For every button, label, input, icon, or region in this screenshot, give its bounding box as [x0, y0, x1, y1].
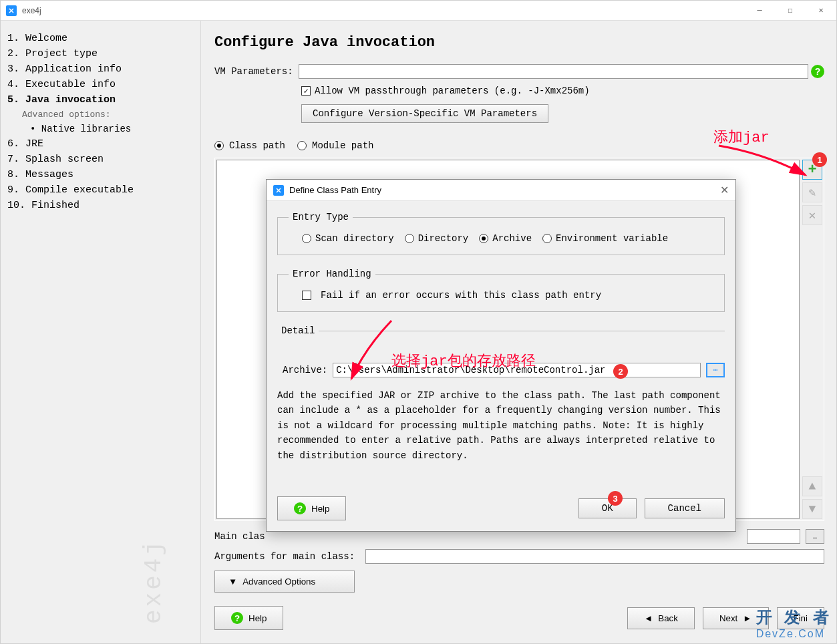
app-icon	[6, 5, 17, 16]
dialog-help-button[interactable]: ? Help	[277, 496, 346, 520]
args-label: Arguments for main class:	[214, 551, 355, 562]
archive-browse-button[interactable]: ⋯	[706, 363, 725, 377]
archive-path-input[interactable]	[333, 363, 701, 377]
sidebar-sub-title: Advanced options:	[7, 108, 194, 122]
archive-radio[interactable]	[479, 234, 488, 243]
minimize-button[interactable]: ─	[744, 1, 775, 21]
help-button[interactable]: ? Help	[214, 606, 283, 630]
help-icon[interactable]: ?	[811, 65, 824, 78]
delete-entry-button[interactable]: ✕	[802, 205, 822, 225]
detail-fieldset: Detail Archive: ⋯ Add the specified JAR …	[277, 325, 725, 463]
detail-legend: Detail	[277, 325, 319, 336]
env-var-radio[interactable]	[542, 234, 552, 243]
error-handling-fieldset: Error Handling Fail if an error occurs w…	[277, 269, 725, 312]
move-down-button[interactable]: ▼	[802, 499, 822, 519]
allow-passthrough-checkbox[interactable]	[301, 86, 311, 96]
dialog-title: Define Class Path Entry	[289, 185, 381, 195]
error-handling-legend: Error Handling	[289, 269, 375, 279]
sidebar-step-1[interactable]: 1. Welcome	[7, 31, 194, 46]
sidebar-step-9[interactable]: 9. Compile executable	[7, 182, 194, 198]
main-class-browse-button[interactable]: …	[806, 529, 824, 544]
help-icon: ?	[294, 502, 306, 514]
scan-directory-radio[interactable]	[302, 234, 311, 243]
ok-button[interactable]: OK	[578, 498, 637, 518]
sidebar-step-6[interactable]: 6. JRE	[7, 136, 194, 152]
main-class-input[interactable]	[747, 529, 800, 544]
back-button[interactable]: ◄ Back	[627, 607, 695, 629]
module-path-label: Module path	[312, 140, 373, 151]
sidebar-step-3[interactable]: 3. Application info	[7, 61, 194, 77]
sidebar-step-4[interactable]: 4. Executable info	[7, 77, 194, 92]
cancel-button[interactable]: Cancel	[645, 498, 725, 518]
sidebar-step-8[interactable]: 8. Messages	[7, 167, 194, 182]
close-button[interactable]: ✕	[806, 1, 836, 21]
configure-version-button[interactable]: Configure Version-Specific VM Parameters	[301, 104, 548, 123]
devze-watermark: 开 发 者 DevZe.CoM	[756, 607, 833, 640]
wizard-sidebar: 1. Welcome2. Project type3. Application …	[1, 21, 201, 643]
entry-type-fieldset: Entry Type Scan directory Directory Arch…	[277, 212, 725, 255]
annotation-badge-2: 2	[613, 364, 628, 379]
help-icon: ?	[231, 612, 243, 624]
arrow-left-icon: ◄	[644, 613, 653, 623]
arrow-right-icon: ►	[743, 613, 751, 623]
advanced-options-button[interactable]: ▼ Advanced Options	[214, 571, 355, 593]
class-path-radio[interactable]	[214, 141, 224, 150]
archive-description: Add the specified JAR or ZIP archive to …	[277, 388, 725, 463]
directory-radio[interactable]	[405, 234, 414, 243]
edit-entry-button[interactable]: ✎	[802, 182, 822, 202]
page-title: Configure Java invocation	[214, 34, 824, 51]
annotation-badge-3: 3	[608, 491, 623, 506]
archive-label: Archive:	[283, 365, 327, 375]
fail-on-error-checkbox[interactable]	[302, 291, 311, 300]
vm-params-label: VM Parameters:	[214, 66, 293, 77]
ellipsis-icon: ⋯	[713, 366, 717, 374]
entry-type-legend: Entry Type	[289, 212, 353, 222]
vm-params-input[interactable]	[299, 64, 808, 79]
sidebar-sub-item[interactable]: • Native libraries	[7, 122, 194, 136]
dialog-icon	[273, 185, 284, 196]
titlebar: exe4j ─ ☐ ✕	[1, 1, 836, 21]
module-path-radio[interactable]	[297, 141, 307, 150]
class-path-label: Class path	[229, 140, 285, 151]
allow-passthrough-label: Allow VM passthrough parameters (e.g. -J…	[315, 86, 590, 96]
annotation-badge-1: 1	[812, 152, 827, 167]
sidebar-step-2[interactable]: 2. Project type	[7, 46, 194, 61]
chevron-down-icon: ▼	[228, 577, 237, 587]
window-title: exe4j	[22, 6, 41, 15]
sidebar-step-5[interactable]: 5. Java invocation	[7, 92, 194, 108]
dialog-close-button[interactable]: ✕	[720, 184, 729, 196]
main-class-label: Main clas	[214, 531, 265, 542]
define-classpath-dialog: Define Class Path Entry ✕ Entry Type Sca…	[266, 179, 736, 532]
args-input[interactable]	[365, 549, 824, 564]
move-up-button[interactable]: ▲	[802, 476, 822, 496]
sidebar-step-10[interactable]: 10. Finished	[7, 198, 194, 213]
sidebar-step-7[interactable]: 7. Splash screen	[7, 152, 194, 167]
watermark: exe4j	[140, 538, 168, 624]
maximize-button[interactable]: ☐	[775, 1, 806, 21]
